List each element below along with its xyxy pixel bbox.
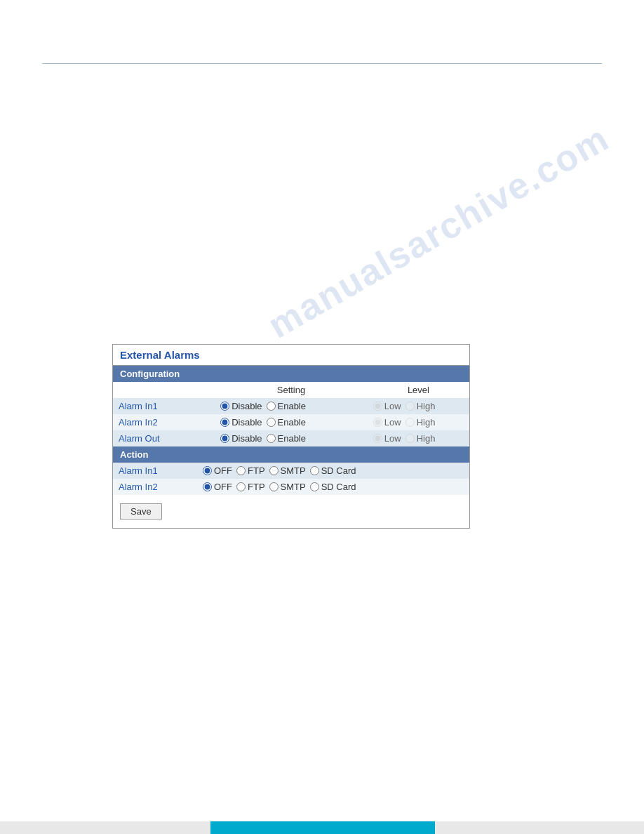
bottom-bar [0, 821, 644, 834]
panel-title: External Alarms [113, 345, 469, 366]
alarm-out-enable-label[interactable]: Enable [267, 433, 306, 444]
col-header-level: Level [368, 382, 469, 398]
action-in2-ftp-label[interactable]: FTP [236, 482, 265, 492]
alarm-in2-enable-label[interactable]: Enable [267, 417, 306, 428]
top-divider [42, 63, 602, 64]
alarm-out-enable-radio[interactable] [267, 434, 276, 443]
action-in1-sdcard-radio[interactable] [310, 466, 319, 475]
alarm-in1-level: Low High [368, 398, 469, 414]
action-in2-off-radio[interactable] [203, 482, 212, 491]
action-in2-smtp-label[interactable]: SMTP [269, 482, 306, 492]
alarm-in2-enable-radio[interactable] [267, 418, 276, 427]
alarm-in1-high-radio[interactable] [405, 402, 415, 411]
table-row: Alarm In2 Disable Enable [113, 414, 469, 430]
configuration-section-header: Configuration [113, 366, 469, 382]
table-row: Alarm In1 OFF FTP [113, 463, 469, 479]
alarm-out-disable-radio[interactable] [220, 434, 229, 443]
alarm-in1-label: Alarm In1 [113, 398, 215, 414]
alarm-out-disable-label[interactable]: Disable [220, 433, 262, 444]
alarm-in1-low-label[interactable]: Low [373, 401, 401, 411]
action-section-header: Action [113, 446, 469, 463]
alarm-in1-disable-radio[interactable] [220, 402, 229, 411]
table-row: Alarm In1 Disable Enable [113, 398, 469, 414]
action-alarm-in2-options: OFF FTP SMTP [197, 479, 469, 495]
alarm-in1-enable-label[interactable]: Enable [267, 401, 306, 411]
action-in2-off-label[interactable]: OFF [203, 482, 232, 492]
action-in1-smtp-label[interactable]: SMTP [269, 465, 306, 476]
external-alarms-panel: External Alarms Configuration Setting Le… [112, 344, 470, 529]
action-in1-smtp-radio[interactable] [269, 466, 279, 475]
alarm-in2-high-label[interactable]: High [405, 417, 436, 428]
alarm-out-low-label[interactable]: Low [373, 433, 401, 444]
alarm-in2-level: Low High [368, 414, 469, 430]
action-in1-off-label[interactable]: OFF [203, 465, 232, 476]
alarm-in1-disable-label[interactable]: Disable [220, 401, 262, 411]
action-in1-off-radio[interactable] [203, 466, 212, 475]
table-row: Alarm Out Disable Enable [113, 430, 469, 446]
action-table: Alarm In1 OFF FTP [113, 463, 469, 495]
alarm-in2-setting: Disable Enable [215, 414, 368, 430]
action-in1-sdcard-label[interactable]: SD Card [310, 465, 356, 476]
alarm-in2-label: Alarm In2 [113, 414, 215, 430]
alarm-out-high-radio[interactable] [405, 434, 415, 443]
alarm-in1-low-radio[interactable] [373, 402, 382, 411]
col-header-name [113, 382, 215, 398]
alarm-out-low-radio[interactable] [373, 434, 382, 443]
action-in1-ftp-label[interactable]: FTP [236, 465, 265, 476]
alarm-in2-high-radio[interactable] [405, 418, 415, 427]
configuration-table: Setting Level Alarm In1 Disable [113, 382, 469, 446]
action-alarm-in2-label: Alarm In2 [113, 479, 197, 495]
action-in2-sdcard-label[interactable]: SD Card [310, 482, 356, 492]
action-alarm-in1-options: OFF FTP SMTP [197, 463, 469, 479]
alarm-in1-high-label[interactable]: High [405, 401, 436, 411]
alarm-out-level: Low High [368, 430, 469, 446]
save-section: Save [113, 495, 469, 528]
alarm-in1-setting: Disable Enable [215, 398, 368, 414]
action-in2-sdcard-radio[interactable] [310, 482, 319, 491]
action-in1-ftp-radio[interactable] [236, 466, 246, 475]
alarm-in2-low-radio[interactable] [373, 418, 382, 427]
action-alarm-in1-label: Alarm In1 [113, 463, 197, 479]
action-in2-smtp-radio[interactable] [269, 482, 279, 491]
col-header-setting: Setting [215, 382, 368, 398]
watermark: manualsarchive.com [261, 117, 617, 346]
alarm-in2-disable-label[interactable]: Disable [220, 417, 262, 428]
save-button[interactable]: Save [120, 503, 162, 519]
alarm-in2-low-label[interactable]: Low [373, 417, 401, 428]
table-row: Alarm In2 OFF FTP [113, 479, 469, 495]
alarm-out-high-label[interactable]: High [405, 433, 436, 444]
alarm-in2-disable-radio[interactable] [220, 418, 229, 427]
alarm-in1-enable-radio[interactable] [267, 402, 276, 411]
action-in2-ftp-radio[interactable] [236, 482, 246, 491]
alarm-out-label: Alarm Out [113, 430, 215, 446]
bottom-bar-accent [210, 821, 435, 834]
alarm-out-setting: Disable Enable [215, 430, 368, 446]
